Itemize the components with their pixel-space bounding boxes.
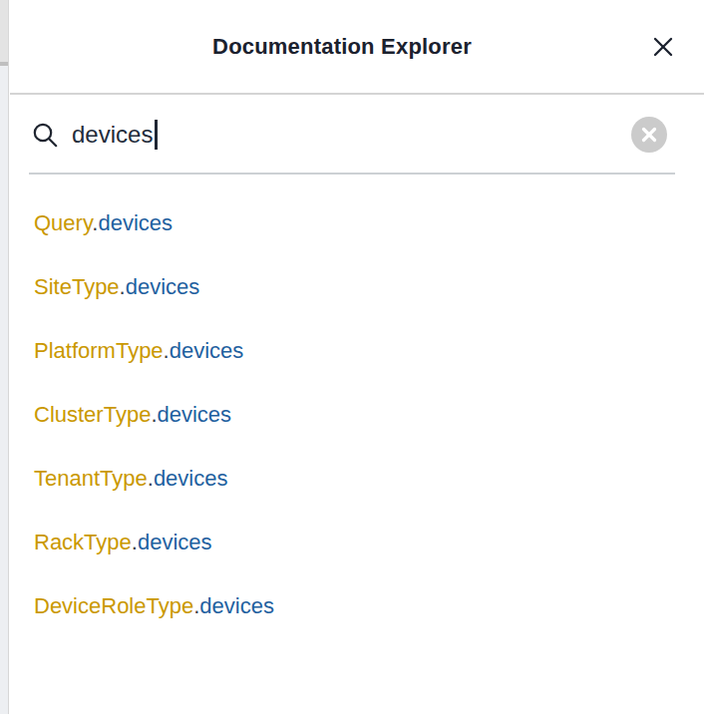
type-name: Query — [34, 210, 92, 235]
field-name: devices — [98, 210, 173, 235]
search-underline — [29, 173, 675, 175]
type-name: DeviceRoleType — [34, 593, 193, 618]
search-result-item[interactable]: DeviceRoleType.devices — [34, 592, 274, 620]
page-title: Documentation Explorer — [36, 34, 648, 60]
field-name: devices — [126, 274, 200, 299]
text-caret — [155, 120, 158, 150]
search-result-item[interactable]: ClusterType.devices — [34, 401, 231, 429]
type-name: RackType — [34, 530, 132, 554]
search-result-item[interactable]: PlatformType.devices — [34, 337, 243, 365]
field-name: devices — [154, 466, 228, 491]
search-icon — [32, 122, 59, 149]
pane-edge-top — [0, 0, 8, 62]
type-name: TenantType — [34, 466, 148, 491]
x-circle-icon — [640, 126, 658, 144]
field-name: devices — [199, 593, 274, 618]
type-name: PlatformType — [34, 338, 164, 363]
close-button[interactable] — [648, 32, 678, 62]
background-pane-edge — [0, 0, 9, 714]
search-result-item[interactable]: RackType.devices — [34, 529, 212, 556]
documentation-explorer-panel: Documentation Explorer devices Query.de — [10, 0, 704, 728]
search-result-item[interactable]: TenantType.devices — [34, 465, 227, 493]
clear-search-button[interactable] — [631, 117, 667, 153]
close-icon — [648, 32, 678, 62]
search-input[interactable]: devices — [72, 95, 631, 175]
search-result-item[interactable]: Query.devices — [34, 209, 173, 237]
doc-explorer-header: Documentation Explorer — [10, 0, 704, 95]
type-name: ClusterType — [34, 402, 151, 427]
search-result-item[interactable]: SiteType.devices — [34, 273, 199, 301]
search-input-value: devices — [72, 121, 153, 149]
field-name: devices — [138, 530, 212, 554]
search-bar: devices — [10, 95, 704, 175]
pane-edge-bottom — [0, 66, 8, 714]
field-name: devices — [170, 338, 244, 363]
type-name: SiteType — [34, 274, 120, 299]
field-name: devices — [158, 402, 232, 427]
search-results-list: Query.devices SiteType.devices PlatformT… — [10, 175, 704, 620]
